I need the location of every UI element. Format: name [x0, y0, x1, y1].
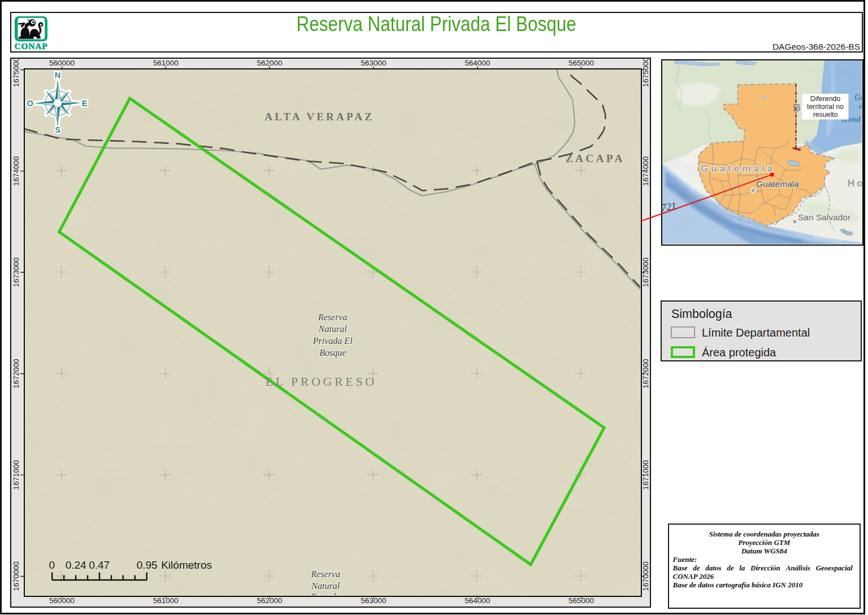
svg-text:Bosque: Bosque — [319, 348, 346, 358]
svg-text:Kilómetros: Kilómetros — [161, 559, 212, 571]
svg-text:0: 0 — [49, 559, 55, 571]
svg-text:S: S — [55, 125, 60, 134]
svg-text:N: N — [55, 71, 60, 80]
svg-text:Reserva: Reserva — [318, 312, 348, 322]
svg-text:d: d — [859, 102, 862, 110]
svg-text:San Salvador: San Salvador — [798, 212, 850, 222]
svg-text:Ho: Ho — [848, 178, 862, 189]
svg-text:CONAP: CONAP — [15, 41, 48, 51]
svg-text:0.24: 0.24 — [66, 559, 86, 571]
svg-text:B: B — [793, 102, 801, 114]
svg-text:Gu: Gu — [854, 93, 862, 102]
svg-text:Guatemala: Guatemala — [756, 179, 799, 189]
svg-text:0.47: 0.47 — [89, 559, 110, 571]
svg-text:Guatemala: Guatemala — [701, 163, 775, 174]
svg-text:Reserva: Reserva — [310, 569, 340, 579]
svg-text:ALTA VERAPAZ: ALTA VERAPAZ — [264, 111, 374, 123]
svg-text:resuelto: resuelto — [813, 110, 837, 118]
svg-text:Privada: Privada — [310, 592, 340, 595]
svg-text:EL PROGRESO: EL PROGRESO — [266, 374, 377, 389]
svg-text:territorial no: territorial no — [807, 102, 844, 110]
svg-text:ZACAPA: ZACAPA — [566, 152, 625, 164]
svg-text:E: E — [82, 99, 88, 108]
svg-text:Diferendo: Diferendo — [810, 94, 840, 102]
svg-text:Natural: Natural — [311, 581, 340, 591]
svg-text:Natural: Natural — [318, 324, 347, 334]
svg-text:Privada El: Privada El — [313, 336, 353, 346]
svg-text:0.95: 0.95 — [137, 559, 158, 571]
svg-text:O: O — [27, 99, 33, 108]
